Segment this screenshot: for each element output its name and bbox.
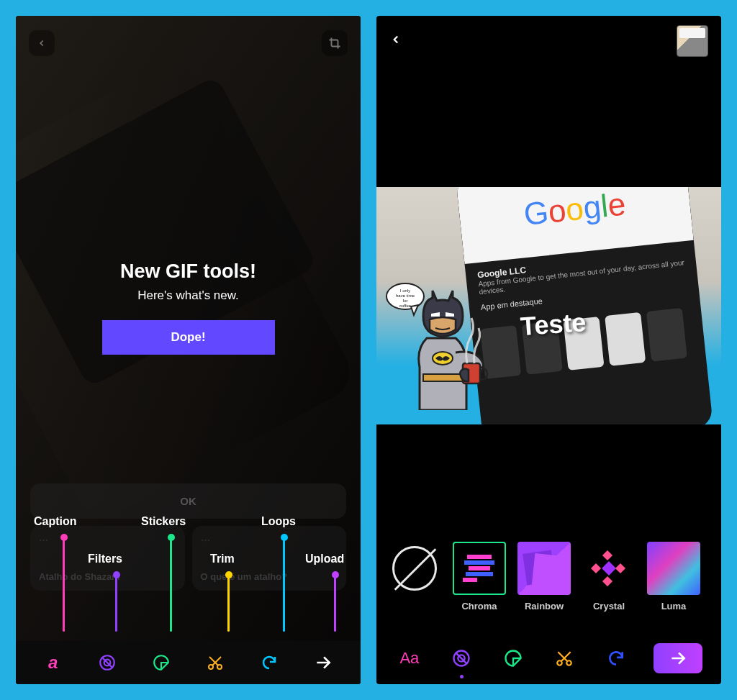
right-screenshot: Google Google LLC Apps from Google to ge… — [376, 16, 721, 684]
svg-text:have time: have time — [396, 294, 415, 298]
svg-rect-12 — [423, 374, 465, 381]
back-button[interactable] — [389, 33, 402, 49]
pin-line — [170, 538, 172, 632]
dope-button[interactable]: Dope! — [102, 320, 275, 355]
svg-rect-23 — [602, 550, 612, 560]
svg-rect-15 — [467, 555, 492, 559]
modal-title: New GIF tools! — [16, 260, 361, 283]
filter-crystal[interactable]: Crystal — [582, 542, 636, 612]
pin-line — [63, 538, 65, 632]
pin-line — [227, 576, 230, 632]
back-button[interactable] — [29, 30, 55, 56]
caption-overlay[interactable]: Teste — [520, 307, 587, 342]
left-screenshot: New GIF tools! Here's what's new. Dope! … — [16, 16, 361, 684]
label-filters: Filters — [88, 553, 122, 565]
svg-text:for: for — [402, 299, 407, 303]
filter-row: Chroma Rainbow Crystal — [376, 533, 721, 619]
loops-tool-icon[interactable] — [258, 651, 281, 674]
upload-next-icon[interactable] — [312, 651, 335, 674]
filter-chroma[interactable]: Chroma — [453, 542, 506, 612]
filters-tool-icon[interactable] — [447, 644, 476, 673]
caption-tool-icon[interactable]: Aa — [395, 644, 424, 673]
active-indicator — [460, 675, 464, 678]
label-upload: Upload — [305, 553, 344, 565]
label-caption: Caption — [34, 515, 77, 528]
svg-text:coffee: coffee — [399, 304, 412, 308]
filter-none[interactable] — [388, 542, 441, 612]
chroma-thumb — [453, 542, 506, 595]
top-bar — [376, 16, 721, 66]
svg-rect-17 — [469, 566, 490, 571]
trim-tool-icon[interactable] — [550, 644, 579, 673]
svg-rect-24 — [602, 576, 612, 586]
pin-line — [334, 576, 336, 632]
filter-label: Crystal — [593, 601, 625, 612]
pin-line — [283, 538, 285, 632]
svg-rect-22 — [602, 561, 616, 576]
loops-tool-icon[interactable] — [602, 644, 630, 673]
filter-label: Luma — [661, 601, 687, 612]
caption-tool-icon[interactable]: a — [42, 651, 65, 674]
label-trim: Trim — [210, 553, 235, 565]
label-loops: Loops — [261, 515, 296, 528]
modal-subtitle: Here's what's new. — [16, 288, 361, 303]
label-stickers: Stickers — [141, 515, 186, 528]
crystal-thumb — [582, 542, 636, 595]
stickers-tool-icon[interactable] — [150, 651, 173, 674]
next-button[interactable] — [654, 643, 702, 673]
batman-sticker[interactable]: I only have time for coffee — [384, 281, 499, 410]
filter-label: Chroma — [461, 601, 497, 612]
stickers-tool-icon[interactable] — [499, 644, 528, 673]
filter-label: Rainbow — [525, 601, 564, 612]
pin-line — [115, 576, 117, 632]
svg-text:I only: I only — [400, 288, 410, 293]
bottom-toolbar: Aa — [376, 632, 721, 684]
bottom-toolbar: a — [16, 641, 361, 684]
whats-new-modal: New GIF tools! Here's what's new. Dope! — [16, 260, 361, 355]
svg-rect-26 — [615, 563, 625, 573]
rainbow-thumb — [517, 542, 571, 595]
crop-button[interactable] — [322, 30, 348, 56]
preview-canvas[interactable]: Google Google LLC Apps from Google to ge… — [376, 187, 721, 424]
trim-tool-icon[interactable] — [204, 651, 227, 674]
thumbnail-selector[interactable] — [677, 25, 708, 57]
ok-bar[interactable]: OK — [30, 483, 346, 519]
svg-rect-21 — [532, 553, 564, 588]
top-bar — [16, 16, 361, 71]
svg-rect-16 — [464, 560, 494, 565]
filters-tool-icon[interactable] — [96, 651, 119, 674]
filter-rainbow[interactable]: Rainbow — [517, 542, 571, 612]
no-filter-icon — [392, 546, 437, 591]
filter-luma[interactable]: Luma — [647, 542, 700, 612]
svg-rect-18 — [466, 572, 493, 576]
tool-labels: Caption Filters Stickers Trim Loops Uplo… — [16, 515, 361, 641]
luma-thumb — [647, 542, 700, 595]
svg-rect-25 — [591, 563, 601, 573]
svg-rect-19 — [463, 578, 477, 582]
